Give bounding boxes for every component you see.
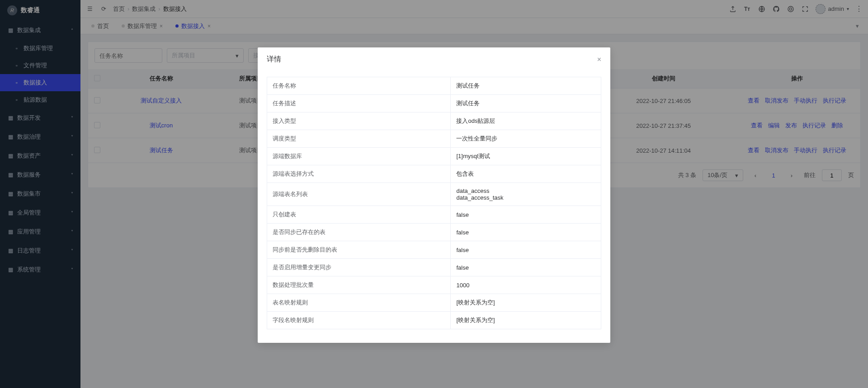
detail-value: 包含表 [451,165,601,183]
detail-label: 任务名称 [267,77,451,95]
detail-row: 源端数据库[1]mysql测试 [267,148,601,165]
detail-label: 任务描述 [267,95,451,112]
detail-label: 是否同步已存在的表 [267,224,451,241]
dialog-title: 详情 [267,55,281,64]
detail-table: 任务名称测试任务任务描述测试任务接入类型接入ods贴源层调度类型一次性全量同步源… [267,77,601,329]
detail-value: data_accessdata_access_task [451,183,601,206]
detail-label: 调度类型 [267,130,451,148]
detail-row: 接入类型接入ods贴源层 [267,112,601,130]
detail-label: 同步前是否先删除目的表 [267,241,451,259]
detail-label: 只创建表 [267,206,451,224]
detail-label: 数据处理批次量 [267,276,451,294]
detail-label: 源端数据库 [267,148,451,165]
detail-row: 任务描述测试任务 [267,95,601,112]
detail-label: 源端表选择方式 [267,165,451,183]
detail-value: 测试任务 [451,77,601,95]
detail-row: 调度类型一次性全量同步 [267,130,601,148]
detail-label: 表名映射规则 [267,294,451,312]
detail-value: 一次性全量同步 [451,130,601,148]
detail-value: 接入ods贴源层 [451,112,601,130]
detail-row: 源端表选择方式包含表 [267,165,601,183]
detail-value: 测试任务 [451,95,601,112]
detail-label: 接入类型 [267,112,451,130]
detail-row: 数据处理批次量1000 [267,276,601,294]
detail-value: false [451,259,601,276]
detail-row: 任务名称测试任务 [267,77,601,95]
detail-dialog: 详情 × 任务名称测试任务任务描述测试任务接入类型接入ods贴源层调度类型一次性… [258,47,610,343]
detail-value: false [451,224,601,241]
detail-value: [映射关系为空] [451,312,601,329]
detail-label: 字段名映射规则 [267,312,451,329]
detail-value: false [451,206,601,224]
modal-overlay[interactable]: 详情 × 任务名称测试任务任务描述测试任务接入类型接入ods贴源层调度类型一次性… [0,0,868,388]
detail-value: [映射关系为空] [451,294,601,312]
detail-row: 字段名映射规则[映射关系为空] [267,312,601,329]
detail-row: 同步前是否先删除目的表false [267,241,601,259]
detail-row: 表名映射规则[映射关系为空] [267,294,601,312]
detail-row: 是否启用增量变更同步false [267,259,601,276]
detail-label: 是否启用增量变更同步 [267,259,451,276]
detail-value: [1]mysql测试 [451,148,601,165]
detail-row: 只创建表false [267,206,601,224]
detail-row: 是否同步已存在的表false [267,224,601,241]
detail-row: 源端表名列表data_accessdata_access_task [267,183,601,206]
detail-value: false [451,241,601,259]
detail-label: 源端表名列表 [267,183,451,206]
detail-value: 1000 [451,276,601,294]
close-icon[interactable]: × [597,56,601,64]
